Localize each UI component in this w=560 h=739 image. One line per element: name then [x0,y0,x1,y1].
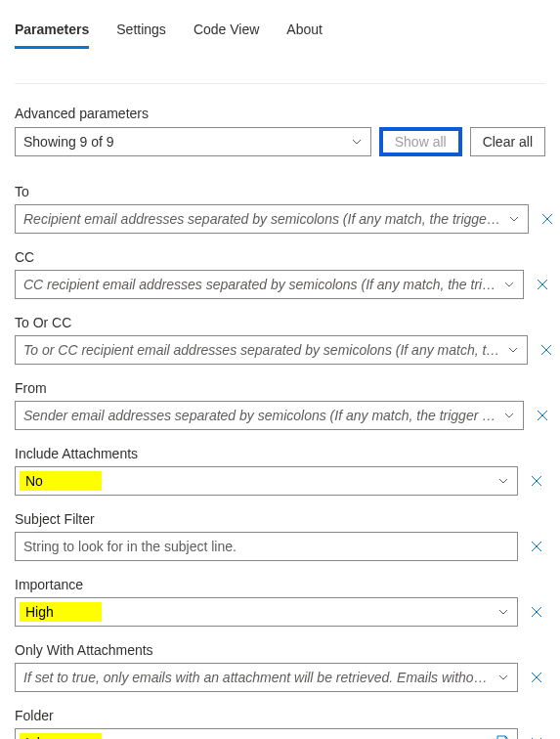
field-subject-filter: Subject Filter String to look for in the… [15,511,545,561]
chevron-down-icon [503,279,515,290]
cc-input[interactable]: CC recipient email addresses separated b… [15,270,524,299]
from-placeholder: Sender email addresses separated by semi… [23,408,495,423]
only-with-attachments-placeholder: If set to true, only emails with an atta… [23,670,490,685]
divider [15,83,545,84]
field-folder-label: Folder [15,708,545,723]
chevron-down-icon [351,136,363,148]
close-icon [536,278,549,291]
field-subject-filter-label: Subject Filter [15,511,545,527]
close-icon [530,540,543,553]
advanced-parameters-select-value: Showing 9 of 9 [23,134,343,150]
tab-bar: Parameters Settings Code View About [15,18,545,48]
subject-filter-placeholder: String to look for in the subject line. [23,539,490,554]
only-with-attachments-select[interactable]: If set to true, only emails with an atta… [15,663,518,692]
close-icon [540,212,554,226]
field-to-or-cc-label: To Or CC [15,315,545,330]
chevron-down-icon [497,475,509,487]
include-attachments-value: No [20,471,102,491]
remove-to-button[interactable] [538,210,556,228]
close-icon [530,671,543,684]
field-only-with-attachments-label: Only With Attachments [15,642,545,658]
subject-filter-input[interactable]: String to look for in the subject line. [15,532,518,561]
to-or-cc-input[interactable]: To or CC recipient email addresses separ… [15,335,528,365]
remove-cc-button[interactable] [534,276,551,293]
field-to: To Recipient email addresses separated b… [15,184,545,234]
field-to-label: To [15,184,545,199]
tab-code-view[interactable]: Code View [194,18,259,47]
close-icon [536,409,549,422]
chevron-down-icon [497,672,509,683]
field-cc: CC CC recipient email addresses separate… [15,249,545,299]
chevron-down-icon [503,410,515,421]
close-icon [530,605,543,619]
remove-folder-button[interactable] [528,734,545,739]
to-or-cc-placeholder: To or CC recipient email addresses separ… [23,342,499,358]
field-folder: Folder Inbox [15,708,545,739]
advanced-parameters-row: Showing 9 of 9 Show all Clear all [15,127,545,156]
importance-value: High [20,602,102,622]
field-include-attachments: Include Attachments No [15,446,545,496]
folder-picker-icon[interactable] [495,735,509,739]
from-input[interactable]: Sender email addresses separated by semi… [15,401,524,430]
tab-settings[interactable]: Settings [116,18,166,47]
cc-placeholder: CC recipient email addresses separated b… [23,277,495,292]
field-cc-label: CC [15,249,545,265]
field-from: From Sender email addresses separated by… [15,380,545,430]
field-only-with-attachments: Only With Attachments If set to true, on… [15,642,545,692]
remove-subject-filter-button[interactable] [528,538,545,555]
field-importance-label: Importance [15,577,545,592]
chevron-down-icon [508,213,520,225]
field-to-or-cc: To Or CC To or CC recipient email addres… [15,315,545,365]
remove-to-or-cc-button[interactable] [538,341,555,359]
folder-input[interactable]: Inbox [15,728,518,739]
clear-all-button[interactable]: Clear all [470,127,545,156]
chevron-down-icon [497,606,509,618]
tab-about[interactable]: About [286,18,323,47]
to-input[interactable]: Recipient email addresses separated by s… [15,204,529,234]
chevron-down-icon [507,344,519,356]
close-icon [530,474,543,488]
remove-only-with-attachments-button[interactable] [528,669,545,686]
include-attachments-select[interactable]: No [15,466,518,496]
close-icon [539,343,553,357]
to-placeholder: Recipient email addresses separated by s… [23,211,500,227]
advanced-parameters-label: Advanced parameters [15,106,545,121]
remove-importance-button[interactable] [528,603,545,621]
tab-parameters[interactable]: Parameters [15,18,89,47]
folder-value: Inbox [20,733,102,739]
importance-select[interactable]: High [15,597,518,627]
advanced-parameters-select[interactable]: Showing 9 of 9 [15,127,371,156]
remove-include-attachments-button[interactable] [528,472,545,490]
remove-from-button[interactable] [534,407,551,424]
show-all-button[interactable]: Show all [379,127,462,156]
field-from-label: From [15,380,545,396]
field-importance: Importance High [15,577,545,627]
field-include-attachments-label: Include Attachments [15,446,545,461]
